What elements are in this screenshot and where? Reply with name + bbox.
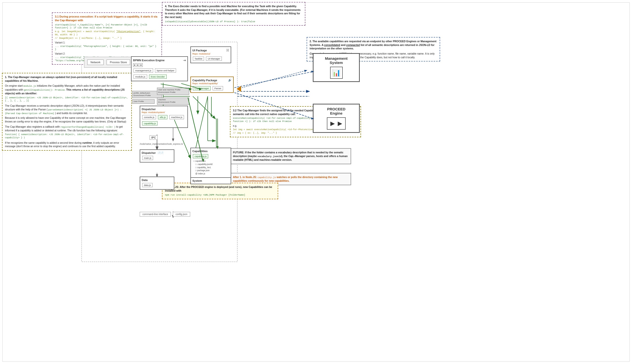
- cap-file-4: □ package.json: [195, 169, 229, 172]
- module-tasklist: Tasklist: [193, 56, 204, 61]
- management-system-box: ManagementSystem 📊: [313, 53, 360, 82]
- box7-code: npm run install-capability <URL|NPM Pack…: [165, 193, 275, 196]
- box8-code: isCapabilityLocallyExecutable({JSON-LD o…: [165, 20, 302, 23]
- proceed-engine-label: PROCEEDEngine: [316, 107, 357, 115]
- module-capability-js-bottom: capability.js: [193, 154, 208, 158]
- system-label: System: [192, 179, 202, 182]
- system-box: System: [190, 177, 231, 184]
- dispatcher-top-label: Dispatcher: [142, 108, 156, 111]
- box6-text: After 1. in Node.JS: capability.js watch…: [233, 175, 348, 183]
- cli-box: command-line interface: [140, 212, 171, 216]
- proceed-engine-box: PROCEEDEngine ►►: [313, 104, 360, 133]
- data-box: Data data.js: [140, 176, 174, 190]
- box3-text: 2. The available capabilities are reques…: [310, 40, 437, 50]
- box7-title: 0. Node.JS: After the PROCEED engine is …: [165, 185, 275, 192]
- svg-line-14: [193, 96, 215, 118]
- cap-file-1: □ capabilities: [193, 160, 229, 163]
- box2-line5: The Cap-Manager also registers a callbac…: [5, 125, 129, 132]
- module-ui-manager: UI-Manager: [206, 56, 222, 61]
- box2-code1: [{ semanticDescription: <JS JSON-LD Obje…: [5, 96, 129, 102]
- cli-row: command-line interface config.json: [140, 212, 190, 216]
- ui-package-label: UI Package: [192, 49, 207, 52]
- dispatcher-top-repo: Repo: modules/system/: [142, 111, 186, 114]
- bpmn-icon: ⇥: [183, 58, 186, 62]
- module-exec-decider: Exec-Decider: [149, 74, 167, 79]
- module-console-js: console.js: [142, 115, 156, 119]
- cap-file-2: □ .capability.jsonld: [195, 163, 229, 166]
- module-capability-js-top: capability.js: [142, 121, 157, 126]
- module-machine-js: machine.js: [169, 115, 184, 119]
- module-main-js: main.js: [142, 156, 153, 160]
- config-box: config.json: [173, 212, 190, 216]
- ui-package-box: UI Package ☵ Repo: modules/ui/ Tasklist …: [190, 46, 231, 63]
- dispatcher-bottom-box: Dispatcher 📄📄 main.js: [140, 150, 174, 162]
- network-processstore-area: Network Process Store: [84, 57, 134, 68]
- dispatcher-bottom-label: Dispatcher: [142, 152, 156, 154]
- speaker-icon: 🔊: [228, 78, 232, 82]
- capabilities-label: Capabilities: [192, 150, 208, 152]
- svg-line-18: [235, 72, 313, 88]
- proceed-engine-icon: ►►: [327, 117, 345, 130]
- data-label: Data: [142, 178, 148, 182]
- profile-box-3: machine Environment Profile: [157, 98, 189, 105]
- profile-box-4: User Profile: [132, 99, 154, 104]
- box8-text: 4. The Exec-Decider needs to find a poss…: [165, 4, 302, 19]
- box1-v1: Variant 1:: [55, 41, 159, 44]
- annotation-box-1: 1. The Cap-Manager manages an always upd…: [2, 73, 132, 151]
- network-button[interactable]: Network: [87, 60, 104, 65]
- cap-file-3: □ capability_No1: [195, 166, 229, 169]
- module-ells-js: ells.js: [158, 115, 167, 119]
- annotation-box-future: FUTURE: If the the folder contains a voc…: [230, 148, 351, 164]
- capability-pkg-label: Capability Package: [192, 79, 217, 82]
- box1-eg: e.g. let ImageObject = await startCapabi…: [55, 30, 159, 36]
- box1-code2: // ImageObject == { exifData: {..}, imag…: [55, 37, 159, 40]
- module-parser: Parser: [213, 86, 223, 90]
- capabilities-box: Capabilities capability.js □ capabilitie…: [190, 148, 231, 180]
- box2-line3: The Cap-Manager receives a semantic desc…: [5, 104, 129, 115]
- dispatcher-top-box: Dispatcher Repo: modules/system/ console…: [140, 106, 188, 128]
- box2-line4: Because it is only allowed to have one C…: [5, 116, 129, 123]
- box1-code3: ... startCapability( "PhotographAction",…: [55, 45, 159, 51]
- box1-code1: startCapability( <,Capability-Name*>, [<…: [55, 24, 159, 30]
- box2-line6: If he recognizes the same capability is …: [5, 141, 129, 148]
- module-cap-manager: Cap-Manager: [193, 86, 211, 90]
- path-label: /node/native_implementation/node_express…: [140, 143, 183, 145]
- process-store-button[interactable]: Process Store: [107, 60, 130, 65]
- module-data-js: data.js: [142, 183, 153, 187]
- profile-box-2: User and machine Profile Environment Pro…: [157, 88, 189, 95]
- annotation-box-4: 4. The Exec-Decider needs to find a poss…: [162, 2, 305, 26]
- svg-line-13: [237, 70, 307, 89]
- ipc-label: IPC: [150, 135, 157, 140]
- svg-marker-25: [210, 114, 213, 118]
- capability-pkg-repo: Repo: modules/capability/: [192, 82, 232, 85]
- svg-marker-33: [237, 86, 241, 92]
- box5-text: FUTURE: If the the folder contains a voc…: [233, 151, 348, 162]
- box1-v2: Variant 2:: [55, 52, 159, 56]
- cap-file-5: @ index.js: [195, 172, 229, 175]
- box1-title: 3.1 During process execution: if a scrip…: [55, 15, 159, 22]
- bpmn-engine-box: BPMN Execution Engine ⇥ ●→●→● management…: [131, 56, 188, 81]
- box2-code2: function( { semanticDescription: <JS JSO…: [5, 133, 129, 139]
- module-management-js: management.js: [133, 68, 153, 72]
- management-system-label: ManagementSystem: [316, 56, 357, 65]
- management-system-icon: 📊: [330, 67, 343, 79]
- files-icon: 📄📄: [157, 152, 163, 154]
- module-module-js: module.js: [133, 74, 147, 79]
- box2-line2: On engine start module.js initializes th…: [5, 84, 129, 95]
- box2-line1: 1. The Cap-Manager manages an always upd…: [5, 75, 129, 82]
- diagram-container: 4. The Exec-Decider needs to find a poss…: [0, 0, 632, 364]
- module-bpmn-xml: bpmn-xml-helper: [155, 68, 176, 72]
- capability-package-box: Capability Package 🔊 Repo: modules/capab…: [190, 76, 234, 93]
- monitor-icon: ☵: [226, 48, 229, 52]
- ui-package-repo: Repo: modules/ui/: [192, 52, 229, 55]
- annotation-box-0: 0. Node.JS: After the PROCEED engine is …: [162, 183, 278, 199]
- bpmn-engine-label: BPMN Execution Engine: [133, 59, 165, 62]
